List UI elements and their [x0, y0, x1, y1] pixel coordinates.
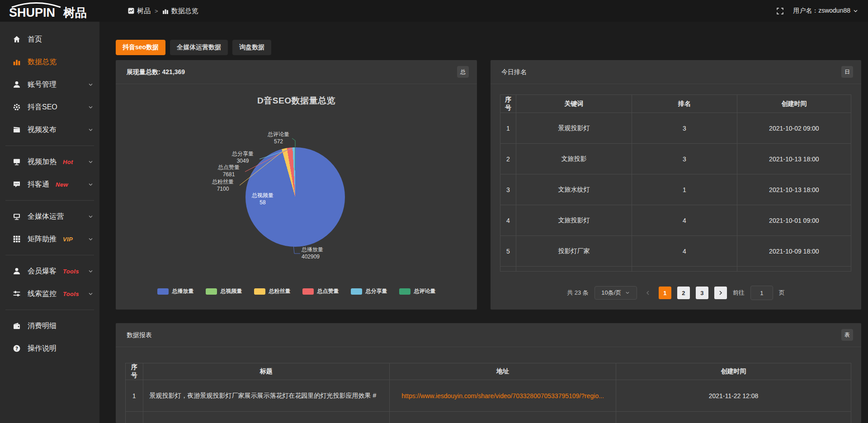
cell-time: 2021-10-13 18:00: [737, 174, 851, 205]
cell-keyword: 景观投影灯: [516, 113, 632, 144]
sidebar-divider: [5, 200, 94, 201]
chevron-down-icon: [88, 127, 93, 132]
cell-time: 2021-10-02 09:00: [737, 113, 851, 144]
user-menu[interactable]: 用户名：zswodun88: [793, 7, 858, 15]
svg-text:SHUPIN: SHUPIN: [9, 6, 55, 19]
sidebar-item-help[interactable]: ? 操作说明: [0, 337, 99, 360]
legend-swatch: [157, 288, 169, 295]
today-rank-panel: 今日排名 日 序号 关键词 排名 创建时间 1 景观投影灯 3 2021-10-…: [491, 60, 861, 310]
sidebar-item-consumption[interactable]: 消费明细: [0, 315, 99, 337]
col-header: 序号: [500, 95, 516, 113]
cell-time: 2021-10-09 18:00: [737, 236, 851, 267]
chart-panel-header: 展现量总数: 421,369 总: [116, 60, 477, 84]
prev-page-button[interactable]: [643, 287, 653, 299]
sidebar-item-data-overview[interactable]: 数据总览: [0, 51, 99, 73]
sidebar-item-media-operation[interactable]: 全媒体运营: [0, 205, 99, 228]
video-link[interactable]: https://www.iesdouyin.com/share/video/70…: [401, 392, 604, 400]
rank-table-header-row: 序号 关键词 排名 创建时间: [500, 95, 851, 113]
sidebar-item-member-burst[interactable]: 会员爆客 Tools: [0, 260, 99, 282]
username-label: 用户名：zswodun88: [793, 7, 850, 15]
breadcrumb-item-home[interactable]: 树品: [128, 7, 151, 15]
breadcrumb-item-current[interactable]: 数据总览: [162, 7, 198, 15]
sidebar-item-label: 数据总览: [28, 57, 57, 67]
chevron-down-icon: [88, 182, 93, 187]
report-table-header-row: 序号 标题 地址 创建时间: [126, 363, 851, 380]
sidebar-item-doukeitong[interactable]: 抖客通 New: [0, 173, 99, 196]
pie-label-shares: 总分享量3049: [227, 150, 258, 164]
page-button-1[interactable]: 1: [659, 287, 671, 299]
sidebar-item-label: 会员爆客: [28, 267, 57, 276]
cell-index: 5: [500, 236, 516, 267]
vip-badge: VIP: [63, 236, 73, 243]
sidebar-nav: 首页 数据总览 账号管理 抖音SEO 视频发布 视频加热 Hot: [0, 22, 99, 423]
sidebar-item-lead-monitor[interactable]: 线索监控 Tools: [0, 282, 99, 305]
chevron-down-icon: [88, 105, 93, 110]
cell-keyword: 文旅投影灯: [516, 205, 632, 236]
user-icon: [13, 80, 21, 89]
col-header: 排名: [632, 95, 737, 113]
data-report-panel: 数据报表 表 序号 标题 地址 创建时间 1 景观投影灯，夜游景观投影灯厂家展示…: [116, 323, 861, 423]
chevron-down-icon: [88, 237, 93, 242]
goto-label: 前往: [733, 289, 745, 297]
tools-badge: Tools: [63, 268, 79, 275]
cell-keyword: 投影灯厂家: [516, 236, 632, 267]
cell-rank: 3: [632, 144, 737, 174]
col-header: 序号: [126, 363, 143, 380]
rank-table: 序号 关键词 排名 创建时间 1 景观投影灯 3 2021-10-02 09:0…: [500, 94, 851, 272]
cell-index: 4: [500, 205, 516, 236]
sidebar-item-video-heat[interactable]: 视频加热 Hot: [0, 150, 99, 173]
chevron-down-icon: [88, 269, 93, 274]
table-row: 4 文旅投影灯 4 2021-10-01 09:00: [500, 205, 851, 236]
table-badge-button[interactable]: 表: [841, 329, 853, 341]
breadcrumb: 树品 > 数据总览: [128, 0, 198, 22]
svg-text:?: ?: [15, 346, 18, 352]
sidebar-item-account[interactable]: 账号管理: [0, 73, 99, 96]
col-header: 创建时间: [616, 363, 851, 380]
impressions-total-label: 展现量总数: 421,369: [127, 68, 185, 75]
sidebar-item-home[interactable]: 首页: [0, 28, 99, 51]
col-header: 地址: [390, 363, 616, 380]
legend-item-videos[interactable]: 总视频量: [206, 287, 242, 295]
pie-label-videos: 总视频量58: [247, 192, 278, 206]
total-count-label: 共 23 条: [567, 289, 589, 297]
tab-media-operation-data[interactable]: 全媒体运营数据: [170, 40, 228, 55]
chat-bubble-icon: [13, 180, 21, 188]
day-badge-button[interactable]: 日: [841, 66, 853, 78]
legend-item-fans[interactable]: 总粉丝量: [254, 287, 291, 295]
chevron-down-icon: [88, 291, 93, 296]
goto-page-input[interactable]: [750, 286, 773, 300]
bar-chart-icon: [162, 8, 169, 14]
seo-chart-panel: 展现量总数: 421,369 总 D音SEO数据量总览 总评论量572 总分享量…: [116, 60, 477, 310]
legend-item-shares[interactable]: 总分享量: [351, 287, 387, 295]
fullscreen-icon[interactable]: [776, 7, 784, 15]
shupin-logo[interactable]: SHUPIN 树品: [8, 2, 99, 20]
pie-label-likes: 总点赞量7681: [213, 164, 244, 178]
sidebar-item-douyin-seo[interactable]: 抖音SEO: [0, 96, 99, 118]
cell-rank: 4: [632, 205, 737, 236]
sidebar-item-label: 消费明细: [28, 321, 57, 331]
sidebar-item-label: 账号管理: [28, 80, 57, 89]
top-header: SHUPIN 树品 树品 > 数据总览 用户名：zswodun88: [0, 0, 868, 22]
pie-chart-area: D音SEO数据量总览 总评论量572 总分享量3049 总点赞量7681 总粉丝…: [116, 84, 477, 310]
question-circle-icon: ?: [13, 344, 21, 352]
page-size-select[interactable]: 10条/页: [594, 286, 637, 300]
sidebar-item-matrix-boost[interactable]: 矩阵助推 VIP: [0, 228, 99, 250]
sidebar-item-video-publish[interactable]: 视频发布: [0, 118, 99, 141]
pagination: 共 23 条 10条/页 1 2 3 前往 页: [491, 286, 861, 300]
cell-index: 1: [500, 113, 516, 144]
legend-item-plays[interactable]: 总播放量: [157, 287, 194, 295]
tab-inquiry-data[interactable]: 询盘数据: [232, 40, 271, 55]
chevron-down-icon: [853, 9, 858, 14]
rank-panel-title: 今日排名: [501, 68, 527, 75]
sidebar-item-label: 操作说明: [28, 344, 57, 353]
table-row: 1 景观投影灯 3 2021-10-02 09:00: [500, 113, 851, 144]
legend-item-comments[interactable]: 总评论量: [399, 287, 436, 295]
tools-badge: Tools: [63, 291, 79, 297]
tab-douyin-seo-data[interactable]: 抖音seo数据: [116, 40, 165, 55]
page-button-3[interactable]: 3: [696, 287, 708, 299]
next-page-button[interactable]: [714, 287, 727, 299]
page-button-2[interactable]: 2: [677, 287, 690, 299]
total-badge-button[interactable]: 总: [457, 66, 469, 78]
chevron-right-icon: [718, 290, 723, 296]
legend-item-likes[interactable]: 总点赞量: [302, 287, 339, 295]
